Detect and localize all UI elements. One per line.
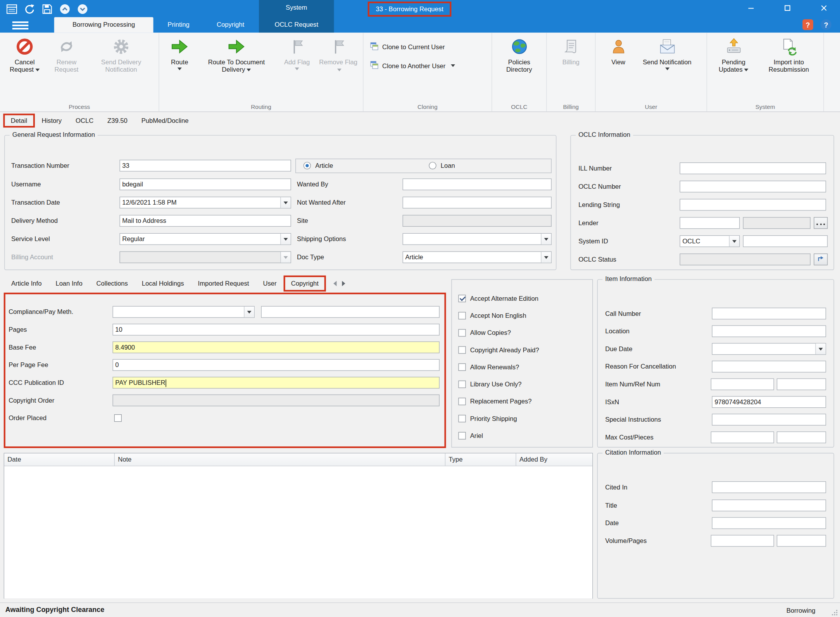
ribbon-tab-borrowing-processing[interactable]: Borrowing Processing: [54, 17, 154, 33]
due-date-combo[interactable]: [712, 343, 826, 355]
subtab-local-holdings[interactable]: Local Holdings: [135, 276, 191, 291]
tab-detail[interactable]: Detail: [3, 114, 34, 128]
subtab-copyright[interactable]: Copyright: [283, 276, 326, 291]
tab-oclc[interactable]: OCLC: [69, 114, 100, 128]
dropdown-arrow-icon[interactable]: [280, 234, 290, 245]
compliance-pay-meth-combo[interactable]: [112, 306, 254, 318]
system-id-field-2[interactable]: [743, 235, 828, 247]
reason-for-cancellation-field[interactable]: [712, 361, 826, 372]
lending-string-field[interactable]: [680, 199, 826, 210]
notes-column-date[interactable]: Date: [4, 453, 115, 466]
isxn-field[interactable]: 9780749428204: [712, 396, 826, 408]
send-notification-button[interactable]: Send Notification: [635, 35, 700, 93]
loan-radio[interactable]: [429, 162, 436, 169]
minimize-button[interactable]: [739, 0, 763, 16]
doc-type-combo[interactable]: Article: [403, 252, 552, 263]
item-num-field[interactable]: [711, 378, 774, 390]
ribbon-tab-oclc-request[interactable]: OCLC Request: [259, 17, 334, 33]
policies-directory-button[interactable]: Policies Directory: [495, 35, 543, 93]
ccc-publication-id-field[interactable]: PAY PUBLISHER: [112, 377, 440, 388]
accept-alternate-edition-checkbox[interactable]: [458, 295, 466, 302]
call-number-field[interactable]: [712, 308, 826, 319]
pending-updates-button[interactable]: Pending Updates: [710, 35, 757, 93]
clone-to-current-user-button[interactable]: Clone to Current User: [367, 40, 488, 54]
add-flag-button[interactable]: Add Flag: [277, 35, 317, 93]
view-user-button[interactable]: View: [602, 35, 635, 93]
subtab-loan-info[interactable]: Loan Info: [48, 276, 89, 291]
send-delivery-notification-button[interactable]: Send Delivery Notification: [88, 35, 154, 93]
dropdown-arrow-icon[interactable]: [244, 307, 254, 317]
lender-field[interactable]: [680, 217, 740, 229]
collapse-up-icon[interactable]: [59, 3, 71, 16]
import-into-resubmission-button[interactable]: Import into Resubmission: [757, 35, 820, 93]
refresh-icon[interactable]: [23, 3, 36, 16]
dropdown-arrow-icon[interactable]: [541, 234, 551, 245]
ariel-checkbox[interactable]: [458, 432, 466, 439]
subtab-imported-request[interactable]: Imported Request: [191, 276, 256, 291]
dropdown-arrow-icon[interactable]: [280, 197, 290, 208]
ribbon-tab-printing[interactable]: Printing: [159, 17, 198, 33]
notes-column-note[interactable]: Note: [115, 453, 445, 466]
tab-history[interactable]: History: [34, 114, 69, 128]
subtab-user[interactable]: User: [256, 276, 283, 291]
tab-z3950[interactable]: Z39.50: [100, 114, 135, 128]
notes-column-added-by[interactable]: Added By: [516, 453, 592, 466]
special-instructions-field[interactable]: [712, 414, 826, 426]
location-field[interactable]: [712, 325, 826, 337]
expand-down-icon[interactable]: [76, 3, 89, 16]
billing-button[interactable]: Billing: [551, 35, 591, 93]
wanted-by-field[interactable]: [403, 179, 552, 190]
pages-field[interactable]: 10: [112, 324, 440, 335]
subtab-article-info[interactable]: Article Info: [4, 276, 48, 291]
save-icon[interactable]: [41, 3, 53, 16]
subtab-scroll-left-icon[interactable]: [334, 281, 337, 286]
accept-non-english-checkbox[interactable]: [458, 312, 466, 319]
ref-num-field[interactable]: [777, 378, 826, 390]
replacement-pages-checkbox[interactable]: [458, 398, 466, 405]
maximize-button[interactable]: [776, 0, 799, 16]
shipping-options-combo[interactable]: [403, 233, 552, 245]
not-wanted-after-field[interactable]: [403, 197, 552, 209]
subtab-collections[interactable]: Collections: [90, 276, 135, 291]
cancel-request-button[interactable]: Cancel Request: [4, 35, 45, 93]
per-page-fee-field[interactable]: 0: [112, 359, 440, 371]
system-id-combo[interactable]: OCLC: [680, 235, 740, 247]
renew-request-button[interactable]: Renew Request: [45, 35, 88, 93]
base-fee-field[interactable]: 8.4900: [112, 341, 440, 353]
username-field[interactable]: bdegail: [119, 179, 291, 190]
cited-in-field[interactable]: [712, 481, 826, 493]
clone-to-another-user-button[interactable]: Clone to Another User: [367, 59, 488, 72]
remove-flag-button[interactable]: Remove Flag: [317, 35, 359, 93]
allow-copies-checkbox[interactable]: [458, 329, 466, 336]
ill-number-field[interactable]: [680, 162, 826, 174]
oclc-status-action-button[interactable]: [814, 253, 828, 265]
dropdown-arrow-icon[interactable]: [815, 343, 825, 354]
compliance-pay-meth-field-2[interactable]: [261, 306, 440, 318]
copyright-already-paid-checkbox[interactable]: [458, 346, 466, 353]
pages-cited-field[interactable]: [777, 535, 826, 546]
site-field[interactable]: [403, 215, 552, 227]
transaction-date-combo[interactable]: 12/6/2021 1:58 PM: [119, 197, 291, 209]
billing-account-combo[interactable]: [119, 252, 291, 263]
route-to-document-delivery-button[interactable]: Route To Document Delivery: [196, 35, 276, 93]
dropdown-arrow-icon[interactable]: [729, 236, 739, 246]
context-tab-system[interactable]: System: [259, 4, 334, 11]
lender-field-2[interactable]: [743, 217, 811, 229]
transaction-number-field[interactable]: 33: [119, 160, 291, 171]
priority-shipping-checkbox[interactable]: [458, 415, 466, 422]
ribbon-tab-copyright[interactable]: Copyright: [211, 17, 250, 33]
tab-pubmed-docline[interactable]: PubMed/Docline: [135, 114, 196, 128]
pieces-field[interactable]: [777, 431, 826, 443]
cited-date-field[interactable]: [712, 517, 826, 529]
help-orange-icon[interactable]: ?: [802, 19, 813, 30]
notes-table-body[interactable]: [4, 466, 592, 599]
cited-title-field[interactable]: [712, 500, 826, 511]
help-blue-icon[interactable]: ?: [821, 19, 831, 30]
notes-column-type[interactable]: Type: [445, 453, 516, 466]
article-radio[interactable]: [304, 162, 311, 169]
max-cost-field[interactable]: [711, 431, 774, 443]
hamburger-menu-button[interactable]: [9, 20, 32, 31]
oclc-status-field[interactable]: [680, 253, 811, 265]
close-button[interactable]: [812, 0, 836, 16]
dropdown-arrow-icon[interactable]: [541, 252, 551, 263]
